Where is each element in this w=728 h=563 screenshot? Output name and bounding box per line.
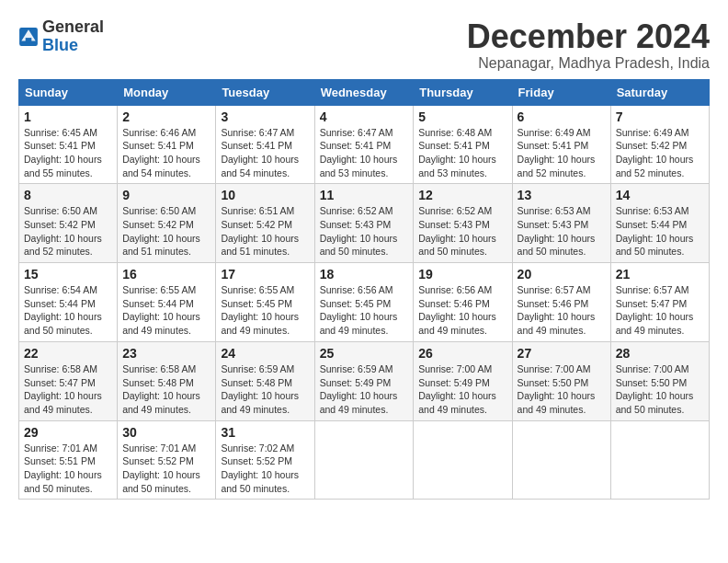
- calendar-cell: 28 Sunrise: 7:00 AM Sunset: 5:50 PM Dayl…: [610, 341, 709, 420]
- calendar-cell: 27 Sunrise: 7:00 AM Sunset: 5:50 PM Dayl…: [512, 341, 610, 420]
- logo-general-text: General: [42, 17, 104, 36]
- calendar-cell: 26 Sunrise: 7:00 AM Sunset: 5:49 PM Dayl…: [414, 341, 512, 420]
- logo: General Blue: [18, 18, 104, 55]
- day-info: Sunrise: 6:59 AM Sunset: 5:49 PM Dayligh…: [320, 362, 409, 417]
- day-number: 16: [122, 267, 210, 282]
- page-header: General Blue December 2024 Nepanagar, Ma…: [18, 18, 710, 72]
- logo-blue-text: Blue: [42, 36, 78, 54]
- day-number: 1: [24, 109, 112, 124]
- calendar-cell: 6 Sunrise: 6:49 AM Sunset: 5:41 PM Dayli…: [512, 105, 610, 184]
- header-friday: Friday: [512, 79, 610, 105]
- day-number: 24: [221, 346, 309, 361]
- day-info: Sunrise: 6:56 AM Sunset: 5:46 PM Dayligh…: [418, 283, 506, 338]
- day-info: Sunrise: 6:49 AM Sunset: 5:41 PM Dayligh…: [518, 126, 606, 180]
- header-tuesday: Tuesday: [216, 79, 314, 105]
- location-title: Nepanagar, Madhya Pradesh, India: [467, 55, 710, 72]
- day-number: 21: [616, 267, 704, 282]
- day-info: Sunrise: 6:45 AM Sunset: 5:41 PM Dayligh…: [24, 126, 112, 180]
- logo-icon: [18, 27, 39, 47]
- day-number: 12: [418, 188, 506, 202]
- calendar-cell: 5 Sunrise: 6:48 AM Sunset: 5:41 PM Dayli…: [414, 105, 512, 184]
- day-info: Sunrise: 6:58 AM Sunset: 5:47 PM Dayligh…: [24, 362, 112, 417]
- calendar-cell: 7 Sunrise: 6:49 AM Sunset: 5:42 PM Dayli…: [610, 105, 709, 184]
- svg-rect-2: [26, 38, 32, 43]
- calendar-cell: 11 Sunrise: 6:52 AM Sunset: 5:43 PM Dayl…: [314, 184, 414, 263]
- day-number: 15: [24, 267, 112, 282]
- calendar-cell: 31 Sunrise: 7:02 AM Sunset: 5:52 PM Dayl…: [216, 420, 314, 500]
- day-info: Sunrise: 6:55 AM Sunset: 5:44 PM Dayligh…: [122, 283, 210, 338]
- day-number: 7: [616, 109, 704, 124]
- calendar-cell: 9 Sunrise: 6:50 AM Sunset: 5:42 PM Dayli…: [118, 184, 216, 263]
- calendar-cell: 3 Sunrise: 6:47 AM Sunset: 5:41 PM Dayli…: [216, 105, 314, 184]
- day-number: 26: [418, 346, 506, 361]
- calendar-cell: 21 Sunrise: 6:57 AM Sunset: 5:47 PM Dayl…: [610, 263, 709, 342]
- calendar-cell: 24 Sunrise: 6:59 AM Sunset: 5:48 PM Dayl…: [216, 341, 314, 420]
- day-info: Sunrise: 6:52 AM Sunset: 5:43 PM Dayligh…: [418, 204, 506, 259]
- day-info: Sunrise: 6:53 AM Sunset: 5:43 PM Dayligh…: [518, 204, 606, 259]
- day-number: 4: [320, 109, 409, 124]
- day-info: Sunrise: 6:54 AM Sunset: 5:44 PM Dayligh…: [24, 283, 112, 338]
- calendar-cell: [414, 420, 512, 500]
- day-number: 29: [24, 425, 112, 440]
- day-info: Sunrise: 6:49 AM Sunset: 5:42 PM Dayligh…: [616, 126, 704, 180]
- day-info: Sunrise: 6:56 AM Sunset: 5:45 PM Dayligh…: [320, 283, 409, 338]
- calendar-cell: 10 Sunrise: 6:51 AM Sunset: 5:42 PM Dayl…: [216, 184, 314, 263]
- day-info: Sunrise: 6:59 AM Sunset: 5:48 PM Dayligh…: [221, 362, 309, 417]
- calendar-week-row: 22 Sunrise: 6:58 AM Sunset: 5:47 PM Dayl…: [19, 341, 710, 420]
- header-thursday: Thursday: [414, 79, 512, 105]
- day-info: Sunrise: 6:57 AM Sunset: 5:46 PM Dayligh…: [518, 283, 606, 338]
- calendar-cell: 22 Sunrise: 6:58 AM Sunset: 5:47 PM Dayl…: [19, 341, 118, 420]
- day-number: 5: [418, 109, 506, 124]
- day-info: Sunrise: 6:46 AM Sunset: 5:41 PM Dayligh…: [122, 126, 210, 180]
- day-info: Sunrise: 7:01 AM Sunset: 5:51 PM Dayligh…: [24, 442, 112, 496]
- calendar-cell: [512, 420, 610, 500]
- calendar-week-row: 8 Sunrise: 6:50 AM Sunset: 5:42 PM Dayli…: [19, 184, 710, 263]
- calendar-header-row: Sunday Monday Tuesday Wednesday Thursday…: [19, 79, 710, 105]
- calendar-cell: 20 Sunrise: 6:57 AM Sunset: 5:46 PM Dayl…: [512, 263, 610, 342]
- day-info: Sunrise: 6:50 AM Sunset: 5:42 PM Dayligh…: [24, 204, 112, 259]
- day-number: 13: [518, 188, 606, 202]
- day-number: 27: [518, 346, 606, 361]
- day-number: 10: [221, 188, 309, 202]
- calendar-cell: [610, 420, 709, 500]
- calendar-cell: 25 Sunrise: 6:59 AM Sunset: 5:49 PM Dayl…: [314, 341, 414, 420]
- calendar-cell: 14 Sunrise: 6:53 AM Sunset: 5:44 PM Dayl…: [610, 184, 709, 263]
- calendar-cell: 1 Sunrise: 6:45 AM Sunset: 5:41 PM Dayli…: [19, 105, 118, 184]
- day-info: Sunrise: 7:00 AM Sunset: 5:49 PM Dayligh…: [418, 362, 506, 417]
- calendar-cell: 8 Sunrise: 6:50 AM Sunset: 5:42 PM Dayli…: [19, 184, 118, 263]
- calendar-cell: 19 Sunrise: 6:56 AM Sunset: 5:46 PM Dayl…: [414, 263, 512, 342]
- header-wednesday: Wednesday: [314, 79, 414, 105]
- day-info: Sunrise: 6:53 AM Sunset: 5:44 PM Dayligh…: [616, 204, 704, 259]
- day-info: Sunrise: 6:50 AM Sunset: 5:42 PM Dayligh…: [122, 204, 210, 259]
- day-number: 20: [518, 267, 606, 282]
- day-number: 17: [221, 267, 309, 282]
- day-number: 23: [122, 346, 210, 361]
- title-area: December 2024 Nepanagar, Madhya Pradesh,…: [467, 18, 710, 72]
- day-info: Sunrise: 6:58 AM Sunset: 5:48 PM Dayligh…: [122, 362, 210, 417]
- day-info: Sunrise: 7:00 AM Sunset: 5:50 PM Dayligh…: [518, 362, 606, 417]
- calendar-cell: [314, 420, 414, 500]
- day-number: 3: [221, 109, 309, 124]
- day-info: Sunrise: 6:52 AM Sunset: 5:43 PM Dayligh…: [320, 204, 409, 259]
- day-number: 6: [518, 109, 606, 124]
- calendar-cell: 15 Sunrise: 6:54 AM Sunset: 5:44 PM Dayl…: [19, 263, 118, 342]
- calendar-cell: 16 Sunrise: 6:55 AM Sunset: 5:44 PM Dayl…: [118, 263, 216, 342]
- calendar-week-row: 15 Sunrise: 6:54 AM Sunset: 5:44 PM Dayl…: [19, 263, 710, 342]
- calendar-cell: 4 Sunrise: 6:47 AM Sunset: 5:41 PM Dayli…: [314, 105, 414, 184]
- header-sunday: Sunday: [19, 79, 118, 105]
- calendar-cell: 18 Sunrise: 6:56 AM Sunset: 5:45 PM Dayl…: [314, 263, 414, 342]
- day-info: Sunrise: 6:57 AM Sunset: 5:47 PM Dayligh…: [616, 283, 704, 338]
- day-number: 9: [122, 188, 210, 202]
- day-number: 19: [418, 267, 506, 282]
- day-number: 14: [616, 188, 704, 202]
- day-info: Sunrise: 7:00 AM Sunset: 5:50 PM Dayligh…: [616, 362, 704, 417]
- calendar-cell: 13 Sunrise: 6:53 AM Sunset: 5:43 PM Dayl…: [512, 184, 610, 263]
- calendar-cell: 23 Sunrise: 6:58 AM Sunset: 5:48 PM Dayl…: [118, 341, 216, 420]
- month-title: December 2024: [467, 18, 710, 55]
- calendar-cell: 17 Sunrise: 6:55 AM Sunset: 5:45 PM Dayl…: [216, 263, 314, 342]
- calendar-cell: 30 Sunrise: 7:01 AM Sunset: 5:52 PM Dayl…: [118, 420, 216, 500]
- day-number: 25: [320, 346, 409, 361]
- calendar-cell: 12 Sunrise: 6:52 AM Sunset: 5:43 PM Dayl…: [414, 184, 512, 263]
- calendar-week-row: 1 Sunrise: 6:45 AM Sunset: 5:41 PM Dayli…: [19, 105, 710, 184]
- day-info: Sunrise: 6:47 AM Sunset: 5:41 PM Dayligh…: [320, 126, 409, 180]
